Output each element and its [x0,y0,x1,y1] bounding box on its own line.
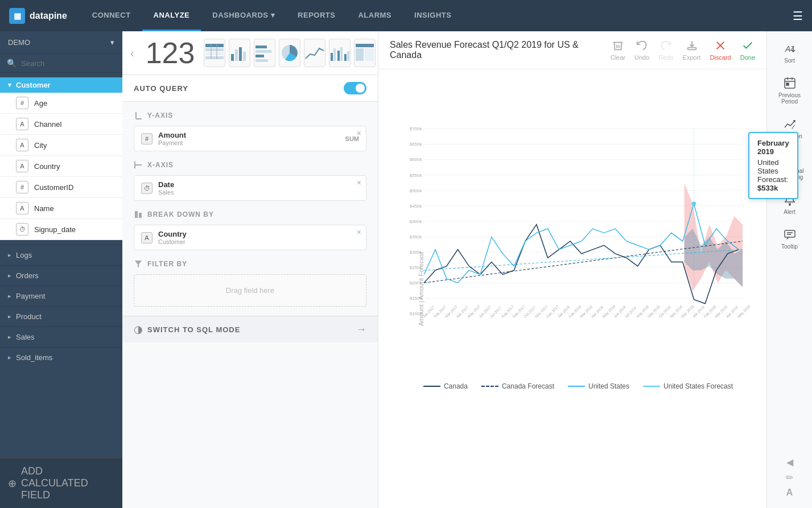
breakdown-field-name: Country [158,230,187,238]
auto-query-toggle[interactable] [344,82,366,94]
x-field-chip[interactable]: ⏱ Date Sales × [134,175,366,201]
sidebar-item-signup-date[interactable]: ⏱ Signup_date [0,219,122,240]
breakdown-field-close-button[interactable]: × [357,228,361,237]
sidebar-group-customer-header[interactable]: ▾ Customer [0,77,122,93]
add-calculated-field-button[interactable]: ⊕ ADD CALCULATED FIELD [0,458,122,508]
chart-type-table[interactable] [204,39,225,67]
group-label-product: Product [16,312,42,321]
svg-text:$550k: $550k [410,173,423,178]
group-label-logs: Logs [16,251,32,259]
legend-canada-forecast-label: Canada Forecast [502,382,554,390]
svg-rect-22 [356,48,364,61]
item-label-name: Name [34,204,54,213]
chevron-right-icon: ▸ [8,333,11,341]
search-input[interactable] [21,59,116,68]
sidebar-item-city[interactable]: A City [0,135,122,156]
x-field-close-button[interactable]: × [357,178,361,187]
chart-type-hbar[interactable] [254,39,275,67]
svg-text:$700k: $700k [410,126,423,131]
legend-us-forecast: United States Forecast [643,382,733,390]
sidebar-group-product[interactable]: ▸ Product [0,306,122,327]
y-axis-label: Y-AXIS [134,111,366,120]
type-number-icon: # [16,97,28,109]
alert-button[interactable]: Alert [770,188,810,220]
sidebar-item-customerid[interactable]: # CustomerID [0,177,122,198]
right-panel: A Z Sort Previous Period [766,31,812,508]
breakdown-field-chip[interactable]: A Country Customer × [134,225,366,250]
chart-svg-container: Amount | Amount Forecast February 2019 U… [378,69,766,508]
text-icon[interactable]: A [786,488,793,498]
auto-query-label: AUTO QUERY [134,84,188,93]
demo-selector[interactable]: DEMO ▾ [0,31,122,54]
chart-type-bar[interactable] [229,39,250,67]
legend-canada-forecast: Canada Forecast [481,382,554,390]
half-moon-icon[interactable]: ◑ [134,323,143,336]
chevron-down-icon: ▾ [8,81,11,89]
sidebar-group-sales[interactable]: ▸ Sales [0,327,122,347]
redo-button[interactable]: Redo [658,39,673,61]
chart-prev-button[interactable]: ‹ [128,44,137,62]
y-field-chip[interactable]: # Amount Payment SUM × [134,126,366,151]
collapse-left-button[interactable]: ◀ [786,457,793,468]
chart-type-line[interactable] [304,39,325,67]
filter-drop-hint: Drag field here [226,286,274,295]
svg-rect-6 [231,54,234,61]
svg-rect-103 [785,154,789,158]
chevron-right-icon: ▸ [8,354,11,361]
undo-button[interactable]: Undo [634,39,649,61]
conditional-formatting-button[interactable]: Conditional Formatting [770,147,810,185]
sidebar-item-country[interactable]: A Country [0,156,122,177]
svg-rect-18 [340,47,343,61]
item-label-country: Country [34,162,60,171]
discard-button[interactable]: Discard [710,39,731,61]
type-date-icon: ⏱ [16,223,28,236]
nav-reports[interactable]: REPORTS [286,0,347,31]
sidebar-group-orders[interactable]: ▸ Orders [0,265,122,286]
y-field-name: Amount [158,131,186,139]
group-label-sales: Sales [16,333,35,341]
nav-connect[interactable]: CONNECT [81,0,142,31]
done-button[interactable]: Done [740,39,755,61]
legend-canada: Canada [423,382,468,390]
previous-period-button[interactable]: Previous Period [770,72,810,109]
legend-us-label: United States [588,382,629,390]
chart-title: Sales Revenue Forecast Q1/Q2 2019 for US… [390,40,611,60]
y-field-close-button[interactable]: × [357,129,361,138]
sidebar-group-sold-items[interactable]: ▸ Sold_items [0,347,122,367]
nav-analyze[interactable]: ANALYZE [142,0,201,31]
svg-rect-7 [235,49,238,61]
breakdown-label: BREAK DOWN BY [134,210,366,219]
export-button[interactable]: Export [683,39,701,61]
chevron-right-icon: ▸ [8,292,11,300]
item-label-customerid: CustomerID [34,183,73,192]
sort-button[interactable]: A Z Sort [770,37,810,68]
prediction-button[interactable]: Prediction [770,113,810,144]
tooltip-button[interactable]: Tooltip [770,223,810,254]
search-bar: 🔍 [0,54,122,73]
svg-rect-29 [139,213,142,218]
hamburger-icon[interactable]: ☰ [793,9,803,23]
sidebar-group-payment[interactable]: ▸ Payment [0,286,122,306]
nav-insights[interactable]: INSIGHTS [403,0,463,31]
sql-arrow-icon[interactable]: → [356,324,366,336]
nav-dashboards[interactable]: DASHBOARDS ▾ [201,0,286,31]
svg-rect-0 [205,44,224,47]
chart-type-grouped-bar[interactable] [329,39,351,67]
sidebar-item-channel[interactable]: A Channel [0,114,122,135]
nav-alarms[interactable]: ALARMS [347,0,403,31]
chart-area: Sales Revenue Forecast Q1/Q2 2019 for US… [378,31,766,508]
clear-button[interactable]: Clear [611,39,625,61]
sidebar-item-name[interactable]: A Name [0,198,122,219]
sidebar-item-age[interactable]: # Age [0,93,122,114]
svg-rect-11 [255,50,271,53]
chart-type-pie[interactable] [279,39,300,67]
svg-rect-28 [135,211,138,218]
pen-icon[interactable]: ✏ [786,472,793,483]
svg-text:$600k: $600k [410,157,423,162]
plus-icon: ⊕ [8,477,17,490]
chart-type-number[interactable]: 123 [140,36,201,70]
chart-type-table2[interactable] [354,39,376,67]
type-text-icon: A [16,160,28,172]
group-label: Customer [16,81,51,89]
sidebar-group-logs[interactable]: ▸ Logs [0,245,122,265]
